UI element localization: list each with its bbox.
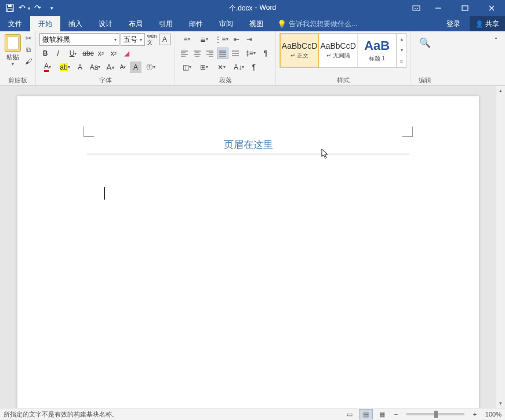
- window-controls: [408, 0, 505, 16]
- justify-button[interactable]: [217, 48, 228, 59]
- header-corner-right: [402, 126, 413, 137]
- qat-customize-icon[interactable]: ▾: [45, 2, 58, 15]
- sort-button[interactable]: A↓▾: [231, 61, 247, 73]
- copy-icon[interactable]: ⧉: [23, 45, 34, 55]
- window-title: 个.docx - Word: [229, 3, 276, 13]
- change-case-button[interactable]: Aa▾: [87, 61, 103, 73]
- tell-me-search[interactable]: 💡 告诉我您想要做什么...: [271, 16, 357, 31]
- multilevel-list-button[interactable]: ⋮≡▾: [213, 34, 230, 45]
- phonetic-guide-icon[interactable]: wén文: [146, 34, 158, 45]
- style-normal[interactable]: AaBbCcD ↵ 正文: [280, 34, 319, 67]
- char-shading-icon[interactable]: A: [130, 61, 141, 73]
- save-icon[interactable]: [3, 2, 16, 15]
- style-no-spacing[interactable]: AaBbCcD ↵ 无间隔: [319, 34, 358, 67]
- highlight-button[interactable]: ab▾: [57, 61, 73, 73]
- scroll-up-icon[interactable]: ▴: [496, 86, 505, 95]
- print-layout-icon[interactable]: ▤: [359, 409, 373, 419]
- borders-button[interactable]: ⊞▾: [196, 61, 212, 73]
- header-text[interactable]: 页眉在这里: [87, 138, 409, 154]
- zoom-out-button[interactable]: −: [391, 411, 401, 418]
- tab-design[interactable]: 设计: [90, 16, 121, 31]
- login-button[interactable]: 登录: [441, 19, 466, 29]
- strikethrough-button[interactable]: abc: [82, 48, 94, 59]
- scroll-down-icon[interactable]: ▾: [496, 399, 505, 408]
- font-size-combo[interactable]: 五号▾: [121, 33, 145, 46]
- gallery-down-icon[interactable]: ▾: [397, 45, 406, 56]
- pilcrow-button[interactable]: ¶: [248, 61, 260, 73]
- tab-review[interactable]: 审阅: [211, 16, 241, 31]
- doc-filename: 个.docx: [229, 3, 253, 13]
- bold-button[interactable]: B: [39, 48, 51, 59]
- svg-rect-3: [413, 6, 420, 10]
- group-styles: AaBbCcD ↵ 正文 AaBbCcD ↵ 无间隔 AaB 标题 1 ▴ ▾ …: [276, 31, 410, 85]
- gallery-up-icon[interactable]: ▴: [397, 34, 406, 45]
- zoom-slider[interactable]: [406, 413, 464, 415]
- font-shrink-icon[interactable]: A▾: [117, 61, 129, 73]
- header-underline: [87, 154, 409, 154]
- ribbon-options-icon[interactable]: [408, 0, 425, 16]
- document-area[interactable]: 页眉在这里: [0, 86, 496, 408]
- decrease-indent-button[interactable]: ⇤: [231, 34, 242, 45]
- close-icon[interactable]: [478, 0, 505, 16]
- svg-rect-5: [462, 6, 468, 10]
- zoom-thumb[interactable]: [434, 411, 438, 418]
- share-icon: 👤: [475, 20, 484, 28]
- undo-icon[interactable]: ▾: [17, 2, 30, 15]
- share-button[interactable]: 👤 共享: [470, 16, 505, 31]
- lightbulb-icon: 💡: [277, 20, 286, 28]
- italic-button[interactable]: I: [52, 48, 64, 59]
- align-right-button[interactable]: [204, 48, 216, 59]
- distribute-button[interactable]: [230, 48, 241, 59]
- group-paragraph-label: 段落: [179, 75, 272, 85]
- increase-indent-button[interactable]: ⇥: [244, 34, 255, 45]
- zoom-level[interactable]: 100%: [485, 411, 502, 418]
- subscript-button[interactable]: x2: [95, 48, 107, 59]
- read-mode-icon[interactable]: ▭: [343, 409, 357, 419]
- underline-button[interactable]: U▾: [65, 48, 81, 59]
- minimize-icon[interactable]: [425, 0, 452, 16]
- tab-references[interactable]: 引用: [151, 16, 181, 31]
- enclose-char-icon[interactable]: ㊥▾: [143, 61, 159, 73]
- align-left-button[interactable]: [179, 48, 190, 59]
- gallery-expand-icon[interactable]: ≡: [397, 56, 406, 67]
- shading-button[interactable]: ◫▾: [179, 61, 195, 73]
- group-font: 微软雅黑▾ 五号▾ wén文 A B I U▾ abc x2 x2 ◢ A▾ a…: [36, 31, 175, 85]
- grow-font-button[interactable]: A: [74, 61, 86, 73]
- format-painter-icon[interactable]: 🖌: [23, 56, 34, 67]
- style-gallery: AaBbCcD ↵ 正文 AaBbCcD ↵ 无间隔 AaB 标题 1 ▴ ▾ …: [279, 33, 406, 68]
- find-icon[interactable]: 🔍: [419, 37, 431, 48]
- status-message: 所指定的文字不是有效的构建基块名称。: [3, 410, 118, 419]
- font-color-button[interactable]: A▾: [39, 61, 56, 73]
- text-caret: [104, 187, 105, 200]
- numbering-button[interactable]: ≣▾: [196, 34, 212, 45]
- paste-button[interactable]: 粘贴 ▾: [3, 33, 22, 68]
- char-border-icon[interactable]: A: [159, 34, 170, 45]
- page-header[interactable]: 页眉在这里: [87, 138, 409, 154]
- tab-home[interactable]: 开始: [30, 16, 60, 31]
- line-spacing-button[interactable]: ‡≡▾: [242, 48, 259, 59]
- scroll-track[interactable]: [496, 95, 505, 399]
- align-center-button[interactable]: [191, 48, 203, 59]
- tab-layout[interactable]: 布局: [121, 16, 151, 31]
- tab-file[interactable]: 文件: [0, 16, 30, 31]
- superscript-button[interactable]: x2: [108, 48, 119, 59]
- web-layout-icon[interactable]: ▦: [375, 409, 389, 419]
- show-marks-button[interactable]: ¶: [260, 48, 271, 59]
- maximize-icon[interactable]: [452, 0, 478, 16]
- font-grow-icon[interactable]: A▴: [104, 61, 116, 73]
- cut-icon[interactable]: ✂: [23, 33, 34, 44]
- font-name-combo[interactable]: 微软雅黑▾: [39, 33, 119, 46]
- bullets-button[interactable]: ≡▾: [179, 34, 195, 45]
- clear-formatting-icon[interactable]: ◢: [121, 48, 132, 59]
- tab-insert[interactable]: 插入: [60, 16, 90, 31]
- tab-mailings[interactable]: 邮件: [181, 16, 211, 31]
- group-editing: 🔍 编辑: [410, 31, 439, 85]
- redo-icon[interactable]: [31, 2, 44, 15]
- vertical-scrollbar[interactable]: ▴ ▾: [496, 86, 505, 408]
- tab-view[interactable]: 视图: [241, 16, 271, 31]
- style-heading1[interactable]: AaB 标题 1: [358, 34, 397, 67]
- collapse-ribbon-icon[interactable]: ˄: [490, 34, 502, 45]
- asian-layout-button[interactable]: ✕▾: [213, 61, 230, 73]
- zoom-in-button[interactable]: +: [470, 411, 479, 418]
- document-page[interactable]: 页眉在这里: [17, 96, 479, 408]
